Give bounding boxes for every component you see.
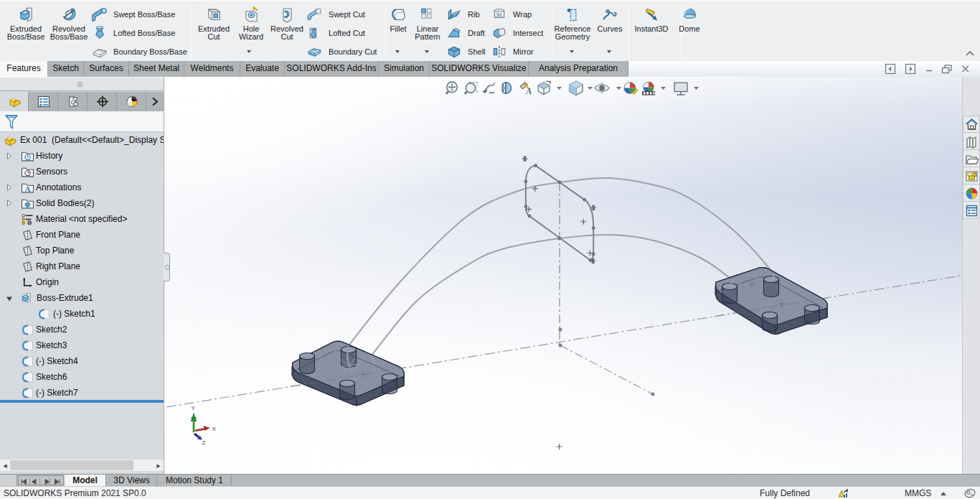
svg-text:X: X bbox=[212, 426, 217, 432]
svg-text:Y: Y bbox=[192, 405, 196, 411]
svg-text:A: A bbox=[25, 185, 31, 193]
svg-text:3d: 3d bbox=[496, 11, 502, 18]
svg-text:A: A bbox=[525, 86, 532, 96]
svg-text:Z: Z bbox=[202, 439, 206, 446]
